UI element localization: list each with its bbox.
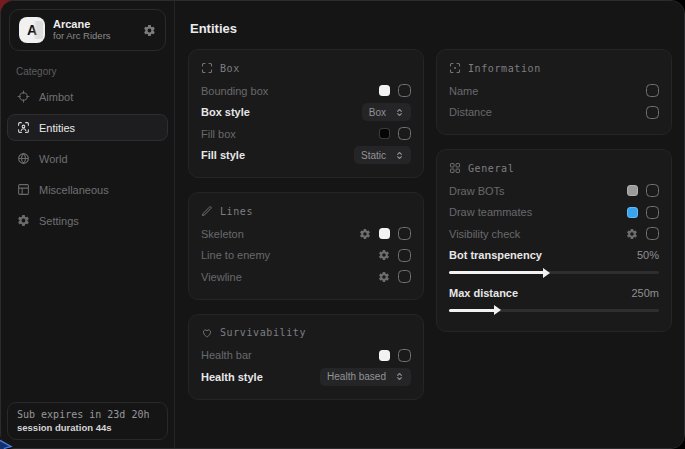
setting-row-name: Name xyxy=(449,80,659,102)
setting-label: Distance xyxy=(449,106,638,118)
dropdown-value: Box xyxy=(369,107,386,118)
setting-label: Skeleton xyxy=(201,228,351,240)
color-swatch[interactable] xyxy=(379,350,390,361)
general-card: General Draw BOTs Draw teammates xyxy=(436,149,672,332)
setting-row-visibility-check: Visibility check xyxy=(449,223,659,245)
bot-transpenency-value: 50% xyxy=(637,249,659,261)
color-swatch[interactable] xyxy=(627,207,638,218)
sub-expires-text: Sub expires in 23d 20h xyxy=(17,409,158,420)
setting-row-line-to-enemy: Line to enemy xyxy=(201,245,411,267)
draw-bots-checkbox[interactable] xyxy=(646,184,659,197)
desktop-background: A Arcane for Arc Riders Category xyxy=(0,0,685,449)
color-swatch[interactable] xyxy=(379,228,390,239)
brand-card: A Arcane for Arc Riders xyxy=(9,9,166,51)
brand-subtitle: for Arc Riders xyxy=(53,31,135,42)
setting-label: Bot transpenency xyxy=(449,249,629,261)
fill-box-checkbox[interactable] xyxy=(398,127,411,140)
setting-label: Fill box xyxy=(201,128,371,140)
setting-row-fill-box: Fill box xyxy=(201,123,411,145)
person-scan-icon xyxy=(17,121,30,134)
setting-row-health-style: Health style Health based xyxy=(201,366,411,388)
brand-name: Arcane xyxy=(53,18,135,31)
dropdown-value: Static xyxy=(361,150,386,161)
sidebar-item-label: Miscellaneous xyxy=(39,184,109,196)
sidebar-item-entities[interactable]: Entities xyxy=(7,114,168,141)
sidebar-item-world[interactable]: World xyxy=(7,145,168,172)
lines-card: Lines Skeleton Line to enemy xyxy=(188,192,424,300)
distance-checkbox[interactable] xyxy=(646,106,659,119)
setting-label: Box style xyxy=(201,106,354,118)
globe-icon xyxy=(17,152,30,165)
main-content: Entities Box Bounding box xyxy=(175,1,685,448)
gear-icon[interactable] xyxy=(143,24,156,37)
card-title: Survivability xyxy=(220,327,306,338)
gear-icon xyxy=(17,214,30,227)
gear-icon[interactable] xyxy=(359,228,371,240)
setting-label: Name xyxy=(449,85,638,97)
bounding-box-checkbox[interactable] xyxy=(398,84,411,97)
color-swatch[interactable] xyxy=(379,128,390,139)
gear-icon[interactable] xyxy=(378,271,390,283)
general-card-header: General xyxy=(449,162,659,174)
unfold-icon xyxy=(395,108,404,117)
pencil-icon xyxy=(201,205,213,217)
max-distance-value: 250m xyxy=(631,287,659,299)
sidebar-nav: Aimbot Entities World xyxy=(1,81,174,236)
color-swatch[interactable] xyxy=(379,85,390,96)
setting-label: Max distance xyxy=(449,287,623,299)
gear-icon[interactable] xyxy=(626,228,638,240)
survivability-card: Survivability Health bar Health style He… xyxy=(188,314,424,400)
name-checkbox[interactable] xyxy=(646,84,659,97)
sidebar-item-aimbot[interactable]: Aimbot xyxy=(7,83,168,110)
setting-row-bounding-box: Bounding box xyxy=(201,80,411,102)
card-title: Lines xyxy=(220,206,253,217)
setting-label: Viewline xyxy=(201,271,370,283)
session-duration-text: session duration 44s xyxy=(17,422,158,433)
viewline-checkbox[interactable] xyxy=(398,270,411,283)
skeleton-checkbox[interactable] xyxy=(398,227,411,240)
gear-icon[interactable] xyxy=(378,249,390,261)
setting-row-distance: Distance xyxy=(449,102,659,124)
draw-teammates-checkbox[interactable] xyxy=(646,206,659,219)
visibility-check-checkbox[interactable] xyxy=(646,227,659,240)
mouse-cursor xyxy=(0,433,20,449)
fill-style-dropdown[interactable]: Static xyxy=(354,146,411,164)
setting-label: Draw teammates xyxy=(449,206,619,218)
subscription-info-card: Sub expires in 23d 20h session duration … xyxy=(7,402,168,440)
brand-logo: A xyxy=(19,17,45,43)
setting-label: Bounding box xyxy=(201,85,371,97)
category-label: Category xyxy=(16,66,174,77)
box-style-dropdown[interactable]: Box xyxy=(362,103,411,121)
max-distance-slider[interactable] xyxy=(449,309,659,312)
card-title: General xyxy=(468,163,514,174)
line-to-enemy-checkbox[interactable] xyxy=(398,249,411,262)
card-title: Box xyxy=(220,63,240,74)
sidebar-item-settings[interactable]: Settings xyxy=(7,207,168,234)
health-bar-checkbox[interactable] xyxy=(398,349,411,362)
sidebar-item-label: Aimbot xyxy=(39,91,73,103)
page-title: Entities xyxy=(190,21,672,36)
sidebar: A Arcane for Arc Riders Category xyxy=(1,1,175,448)
survivability-card-header: Survivability xyxy=(201,327,411,339)
unfold-icon xyxy=(395,372,404,381)
brand-text: Arcane for Arc Riders xyxy=(53,18,135,43)
heart-icon xyxy=(201,327,213,339)
sidebar-item-label: World xyxy=(39,153,68,165)
color-swatch[interactable] xyxy=(627,185,638,196)
scan-brackets-icon xyxy=(201,62,213,74)
scan-dot-icon xyxy=(449,62,461,74)
arcane-menu-window: A Arcane for Arc Riders Category xyxy=(0,0,685,449)
crosshair-icon xyxy=(17,90,30,103)
setting-row-skeleton: Skeleton xyxy=(201,223,411,245)
setting-row-health-bar: Health bar xyxy=(201,345,411,367)
health-style-dropdown[interactable]: Health based xyxy=(320,368,411,386)
setting-row-box-style: Box style Box xyxy=(201,102,411,124)
bot-transpenency-slider[interactable] xyxy=(449,271,659,274)
setting-label: Health bar xyxy=(201,349,371,361)
sidebar-item-miscellaneous[interactable]: Miscellaneous xyxy=(7,176,168,203)
sidebar-item-label: Settings xyxy=(39,215,79,227)
setting-row-draw-bots: Draw BOTs xyxy=(449,180,659,202)
grid-layout-icon xyxy=(17,183,30,196)
information-card-header: Information xyxy=(449,62,659,74)
slider-fill xyxy=(449,309,495,312)
